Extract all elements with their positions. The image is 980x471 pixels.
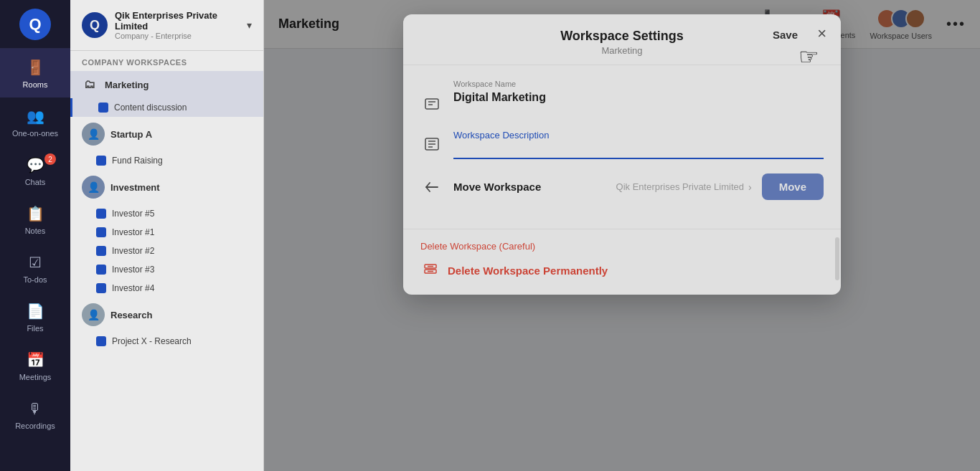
sidebar-item-label-meetings: Meetings: [19, 373, 52, 381]
modal-close-button[interactable]: ×: [817, 26, 826, 42]
workspace-name-row: Workspace Name Digital Marketing: [420, 80, 824, 115]
workspace-settings-modal: Workspace Settings Marketing × Save ☞: [403, 14, 841, 295]
channel-dot-investor-5: [96, 209, 106, 219]
channel-item-fund-raising[interactable]: Fund Raising: [70, 151, 263, 170]
modal-body: Workspace Name Digital Marketing: [403, 65, 841, 229]
modal-footer: Delete Workspace (Careful) Delete Worksp…: [403, 229, 841, 295]
sidebar-item-label-notes: Notes: [25, 227, 46, 235]
recordings-icon: 🎙: [25, 399, 45, 419]
channel-dot-project-x: [96, 336, 106, 346]
meetings-icon: 📅: [25, 350, 45, 370]
channel-dot-investor-3: [96, 265, 106, 275]
company-header[interactable]: Q Qik Enterprises Private Limited Compan…: [70, 0, 263, 51]
sidebar-item-label-files: Files: [27, 324, 43, 333]
modal-title: Workspace Settings: [420, 29, 824, 44]
delete-permanent-row[interactable]: Delete Workspace Permanently: [420, 260, 824, 280]
channel-item-content-discussion[interactable]: Content discussion: [70, 98, 263, 117]
workspace-description-row: Workspace Description: [420, 130, 824, 159]
move-button[interactable]: Move: [762, 173, 824, 200]
workspace-name-content: Workspace Name Digital Marketing: [453, 80, 824, 104]
save-button[interactable]: Save: [773, 29, 798, 41]
modal-subtitle: Marketing: [420, 45, 824, 56]
company-panel: Q Qik Enterprises Private Limited Compan…: [70, 0, 264, 471]
channel-item-investor-3[interactable]: Investor #3: [70, 260, 263, 279]
company-expand-icon[interactable]: ▾: [247, 19, 252, 31]
avatar-startup-a: 👤: [82, 123, 105, 146]
company-info: Qik Enterprises Private Limited Company …: [115, 10, 240, 40]
company-name: Qik Enterprises Private Limited: [115, 10, 240, 32]
channel-item-investor-5[interactable]: Investor #5: [70, 204, 263, 223]
move-workspace-row: Move Workspace Qik Enterprises Private L…: [420, 173, 824, 200]
workspace-description-input[interactable]: [453, 141, 824, 159]
section-header-research: 👤 Research: [70, 298, 263, 332]
sidebar-item-chats[interactable]: 2 💬 Chats: [0, 146, 70, 195]
sidebar-item-label-recordings: Recordings: [15, 422, 55, 430]
workspaces-label: Company Workspaces: [70, 51, 263, 71]
channel-name-project-x: Project X - Research: [112, 336, 192, 346]
workspace-description-content[interactable]: Workspace Description: [453, 130, 824, 159]
move-company-name: Qik Enterprises Private Limited ›: [616, 181, 752, 193]
workspace-description-icon: [420, 133, 443, 156]
notes-icon: 📋: [25, 204, 45, 224]
workspace-item-marketing[interactable]: 🗂 Marketing: [70, 71, 263, 98]
workspace-list: 🗂 Marketing Content discussion 👤 Startup…: [70, 71, 263, 471]
channel-name-content-discussion: Content discussion: [114, 103, 187, 113]
section-name-startup-a: Startup A: [110, 129, 152, 140]
logo-icon: Q: [19, 9, 51, 40]
section-header-startup-a: 👤 Startup A: [70, 117, 263, 151]
sidebar-item-one-on-ones[interactable]: 👥 One-on-ones: [0, 97, 70, 146]
nav-sidebar: Q 🚪 Rooms 👥 One-on-ones 2 💬 Chats 📋 Note…: [0, 0, 70, 471]
channel-dot-fund-raising: [96, 156, 106, 166]
main-area: Marketing ➕ Meeting Room 📆 Appointments …: [264, 0, 980, 471]
sidebar-item-label-chats: Chats: [25, 178, 46, 186]
section-header-investment: 👤 Investment: [70, 170, 263, 204]
delete-careful-label[interactable]: Delete Workspace (Careful): [420, 241, 824, 252]
channel-item-project-x[interactable]: Project X - Research: [70, 332, 263, 351]
sidebar-item-todos[interactable]: ☑ To-dos: [0, 244, 70, 292]
channel-name-fund-raising: Fund Raising: [112, 156, 163, 166]
company-logo: Q: [82, 12, 108, 38]
sidebar-item-rooms[interactable]: 🚪 Rooms: [0, 49, 70, 97]
channel-name-investor-2: Investor #2: [112, 246, 154, 256]
sidebar-item-label-oneononones: One-on-ones: [12, 129, 58, 138]
company-type: Company - Enterprise: [115, 32, 240, 40]
channel-item-investor-1[interactable]: Investor #1: [70, 223, 263, 242]
channel-dot: [98, 103, 108, 113]
channel-name-investor-3: Investor #3: [112, 265, 154, 275]
channel-name-investor-4: Investor #4: [112, 283, 154, 293]
todos-icon: ☑: [25, 252, 45, 272]
workspace-icon-marketing: 🗂: [82, 77, 98, 92]
move-company-chevron-icon: ›: [748, 181, 752, 193]
delete-permanent-label[interactable]: Delete Workspace Permanently: [448, 265, 608, 277]
modal-header: Workspace Settings Marketing × Save ☞: [403, 14, 841, 65]
avatar-research: 👤: [82, 303, 105, 326]
workspace-name-label: Workspace Name: [453, 80, 824, 88]
move-workspace-icon: [420, 176, 443, 199]
channel-dot-investor-4: [96, 283, 106, 293]
channel-name-investor-5: Investor #5: [112, 209, 154, 219]
sidebar-item-files[interactable]: 📄 Files: [0, 292, 70, 341]
sidebar-item-meetings[interactable]: 📅 Meetings: [0, 341, 70, 390]
workspace-name-value: Digital Marketing: [453, 91, 824, 104]
channel-dot-investor-1: [96, 227, 106, 237]
sidebar-item-notes[interactable]: 📋 Notes: [0, 195, 70, 244]
sidebar-item-recordings[interactable]: 🎙 Recordings: [0, 390, 70, 439]
chats-badge: 2: [44, 153, 56, 165]
section-name-investment: Investment: [110, 182, 160, 193]
scrollbar: [835, 237, 839, 280]
channel-dot-investor-2: [96, 246, 106, 256]
sidebar-item-label-todos: To-dos: [23, 275, 47, 284]
nav-logo: Q: [0, 0, 70, 49]
files-icon: 📄: [25, 301, 45, 321]
one-on-ones-icon: 👥: [25, 106, 45, 126]
section-name-research: Research: [110, 310, 153, 320]
channel-name-investor-1: Investor #1: [112, 227, 154, 237]
channel-item-investor-4[interactable]: Investor #4: [70, 279, 263, 298]
workspace-name-marketing: Marketing: [105, 80, 149, 90]
avatar-investment: 👤: [82, 176, 105, 199]
channel-item-investor-2[interactable]: Investor #2: [70, 242, 263, 260]
workspace-name-icon: [420, 92, 443, 115]
workspace-description-label: Workspace Description: [453, 130, 824, 141]
chats-icon: 💬: [25, 155, 45, 175]
sidebar-item-label-rooms: Rooms: [23, 80, 48, 89]
